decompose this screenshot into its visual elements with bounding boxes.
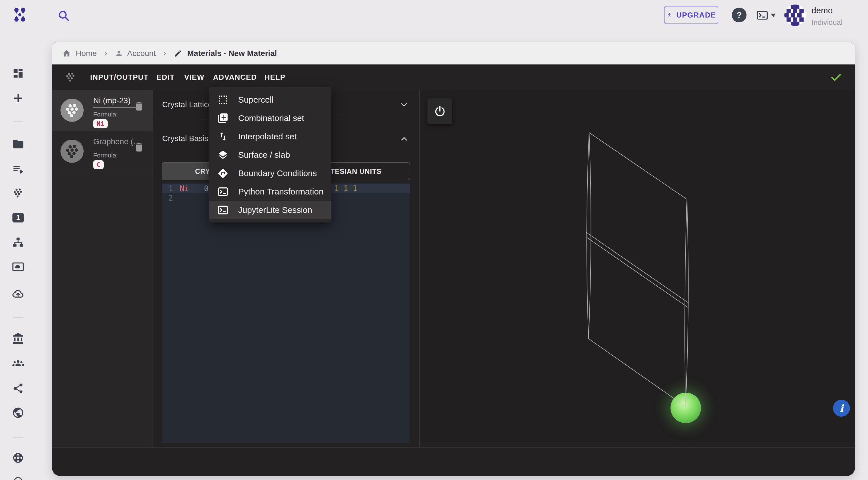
save-check-button[interactable] — [830, 71, 843, 84]
user-plan: Individual — [811, 18, 843, 27]
user-avatar[interactable] — [784, 4, 806, 26]
terminal-icon — [216, 204, 229, 216]
check-icon — [830, 71, 843, 84]
globe-icon — [12, 407, 24, 419]
identicon — [784, 4, 806, 26]
workflow-icon — [12, 236, 24, 249]
menu-help[interactable]: HELP — [265, 64, 285, 90]
element-token: Ni — [180, 184, 189, 193]
upgrade-button[interactable]: UPGRADE — [664, 6, 718, 24]
breadcrumb-current: Materials - New Material — [174, 49, 277, 58]
breadcrumb-separator: › — [104, 47, 107, 58]
console-menu-button[interactable] — [756, 9, 776, 22]
sidebar-item-create-new[interactable] — [12, 92, 24, 104]
menu-item-supercell[interactable]: Supercell — [209, 90, 332, 109]
share-icon — [12, 383, 24, 394]
search-icon — [57, 9, 70, 22]
menu-item-interpolated-set[interactable]: Interpolated set — [209, 127, 332, 146]
support-agent-icon — [12, 476, 24, 480]
sidebar-item-projects[interactable] — [12, 138, 24, 150]
app-logo[interactable] — [12, 7, 28, 23]
material-item-graphene[interactable]: Graphene (… Formula: C — [52, 131, 153, 172]
section-title: Crystal Lattice — [162, 100, 212, 109]
delete-material-button[interactable] — [133, 141, 145, 153]
material-avatar — [60, 99, 84, 122]
search-button[interactable] — [57, 9, 70, 22]
swap-vertical-icon — [216, 130, 229, 143]
chevron-down-icon[interactable] — [399, 100, 409, 110]
breadcrumb-home[interactable]: Home — [62, 49, 97, 58]
sidebar: 1 — [0, 31, 37, 480]
sidebar-item-materials[interactable] — [12, 187, 24, 200]
formula-chip: Ni — [93, 119, 107, 128]
menu-item-combinatorial-set[interactable]: Combinatorial set — [209, 109, 332, 127]
menu-edit[interactable]: EDIT — [157, 64, 175, 90]
app-root: UPGRADE ? — [0, 0, 868, 480]
section-title: Crystal Basis — [162, 134, 208, 143]
atoms-cluster-icon — [64, 71, 77, 84]
material-item-ni[interactable]: Ni (mp-23) Formula: Ni — [52, 90, 153, 131]
viewer-info-button[interactable]: i — [833, 400, 850, 417]
sidebar-item-workflows[interactable] — [12, 236, 24, 249]
page-title: Materials - New Material — [187, 49, 277, 58]
sidebar-item-support[interactable] — [12, 476, 24, 480]
menu-item-boundary-conditions[interactable]: Boundary Conditions — [209, 164, 332, 182]
home-icon — [62, 49, 71, 58]
structure-viewer-3d[interactable]: i — [420, 90, 855, 442]
advanced-dropdown-menu: Supercell Combinatorial set Interpolated… — [209, 87, 332, 222]
cloud-upload-icon — [12, 287, 24, 300]
plus-icon — [12, 92, 24, 104]
user-name[interactable]: demo — [811, 6, 833, 15]
breadcrumb: Home › Account › Materials - New Materia… — [52, 42, 855, 64]
sidebar-item-teams[interactable] — [12, 357, 24, 370]
playlist-play-icon — [12, 163, 24, 175]
flags-token: 1 1 1 — [334, 184, 357, 193]
line-number: 1 — [162, 184, 173, 193]
folder-icon — [12, 138, 24, 150]
menu-item-python-transformation[interactable]: Python Transformation — [209, 182, 332, 201]
chevron-up-icon[interactable] — [399, 134, 409, 144]
topbar: UPGRADE ? — [0, 0, 868, 31]
diamond-arrow-icon — [216, 167, 229, 180]
help-button[interactable]: ? — [732, 8, 746, 22]
sidebar-item-cloud-upload[interactable] — [12, 288, 24, 300]
terminal-icon — [756, 9, 769, 22]
power-icon — [434, 105, 446, 118]
menu-advanced[interactable]: ADVANCED — [213, 64, 257, 90]
sidebar-divider — [13, 317, 23, 318]
editor-menubar: INPUT/OUTPUT EDIT VIEW ADVANCED HELP — [52, 64, 855, 90]
sidebar-item-bank[interactable] — [12, 332, 24, 345]
atoms-cluster-icon — [12, 187, 24, 200]
delete-material-button[interactable] — [133, 100, 145, 113]
menu-input-output[interactable]: INPUT/OUTPUT — [90, 64, 149, 90]
one-badge-icon: 1 — [12, 213, 24, 222]
sidebar-item-share[interactable] — [12, 382, 24, 395]
menu-view[interactable]: VIEW — [184, 64, 204, 90]
menu-item-surface-slab[interactable]: Surface / slab — [209, 146, 332, 164]
sidebar-item-entity-one[interactable]: 1 — [12, 211, 24, 224]
sidebar-item-jobs[interactable] — [12, 163, 24, 175]
sidebar-divider — [13, 437, 23, 438]
upload-icon — [666, 11, 672, 19]
wheel-icon — [12, 452, 24, 464]
viewer-power-button[interactable] — [428, 98, 453, 124]
cloud-card-icon — [12, 260, 24, 273]
unit-cell-wireframe — [420, 90, 855, 442]
supercell-grid-icon — [216, 93, 229, 106]
material-name: Ni (mp-23) — [93, 96, 130, 105]
breadcrumb-account[interactable]: Account — [115, 49, 156, 58]
materials-list-panel: Ni (mp-23) Formula: Ni Graphene (… Formu… — [52, 90, 153, 447]
help-glyph: ? — [737, 10, 742, 20]
sidebar-item-explore[interactable] — [12, 407, 24, 419]
sidebar-item-help-wheel[interactable] — [12, 452, 24, 464]
upgrade-label: UPGRADE — [676, 11, 716, 20]
info-glyph: i — [839, 402, 843, 414]
sidebar-item-dashboard[interactable] — [12, 67, 24, 80]
bank-icon — [12, 332, 24, 345]
sidebar-item-media[interactable] — [12, 261, 24, 273]
pencil-icon — [174, 49, 182, 58]
dashboard-icon — [12, 67, 24, 79]
sidebar-divider — [13, 121, 23, 122]
menu-item-jupyterlite-session[interactable]: JupyterLite Session — [209, 201, 332, 219]
formula-label: Formula: — [93, 152, 118, 159]
